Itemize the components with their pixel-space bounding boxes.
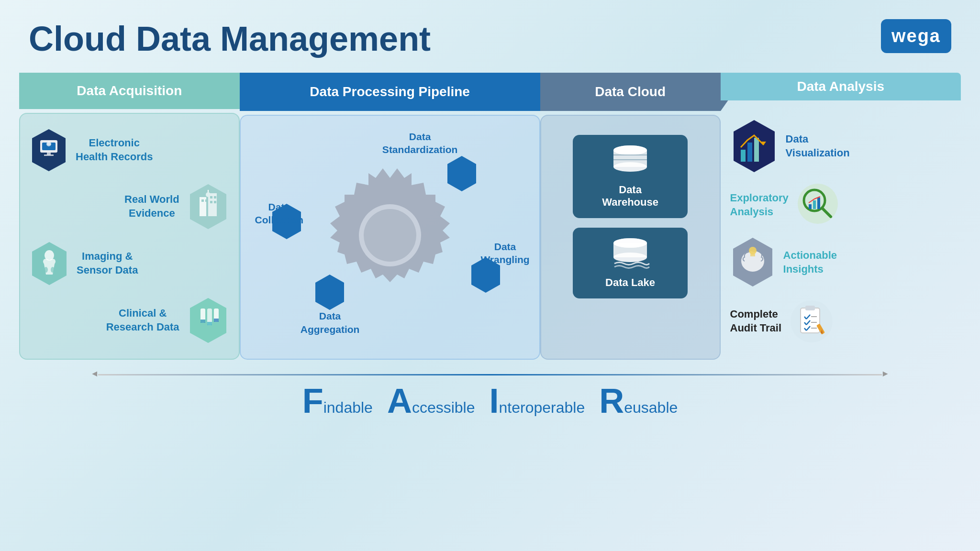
aggregation-hex-icon (313, 274, 346, 311)
fair-a-letter: A (387, 381, 412, 420)
svg-rect-54 (817, 198, 820, 209)
collection-label: DataCollection (255, 200, 304, 227)
cloud-header: Data Cloud (540, 73, 721, 111)
processing-body: DataStandardization DataCollection DataW… (240, 115, 540, 360)
visualization-label: DataVisualization (786, 132, 850, 160)
page-header: Cloud Data Management wega (0, 0, 980, 68)
svg-rect-14 (214, 201, 216, 203)
list-item: ActionableInsights (730, 236, 951, 289)
svg-rect-13 (210, 201, 212, 203)
svg-rect-10 (205, 199, 208, 202)
monitor-globe-icon (30, 128, 68, 172)
logo-text: wega (891, 26, 941, 46)
svg-rect-9 (201, 199, 204, 202)
svg-rect-45 (741, 150, 746, 162)
gear-container: DataStandardization DataCollection DataW… (250, 125, 530, 345)
fair-i-letter: I (490, 381, 499, 420)
logo: wega (881, 19, 951, 53)
svg-point-37 (613, 145, 647, 155)
svg-rect-46 (747, 143, 752, 162)
exploratory-label: ExploratoryAnalysis (730, 191, 789, 219)
svg-point-29 (364, 209, 416, 262)
svg-rect-27 (214, 319, 219, 322)
analysis-items: DataVisualization ExploratoryAnalysis (730, 114, 951, 350)
svg-rect-26 (207, 322, 212, 325)
fair-interoperable: I nteroperable (490, 381, 585, 420)
fair-text: F indable A ccessible I nteroperable R e… (302, 381, 678, 420)
acquisition-header: Data Acquisition (19, 73, 240, 109)
svg-point-57 (749, 247, 757, 254)
list-item: DataVisualization (730, 119, 951, 174)
list-item: ExploratoryAnalysis (730, 182, 951, 228)
body-scan-icon (30, 241, 69, 286)
cloud-body: DataWarehouse Data Lake (540, 115, 721, 360)
database-lake-icon (609, 237, 652, 271)
section-acquisition: Data Acquisition ElectronicHealth Record… (19, 73, 240, 360)
svg-rect-53 (813, 200, 816, 209)
svg-rect-11 (210, 196, 212, 198)
fair-line (98, 374, 882, 375)
magnify-chart-icon (796, 182, 842, 228)
fair-f-letter: F (302, 381, 323, 420)
svg-point-15 (206, 192, 211, 197)
chart-icon (730, 119, 778, 174)
clipboard-icon (789, 298, 835, 345)
svg-rect-60 (805, 306, 815, 310)
list-item: Real WorldEvidence (30, 183, 229, 231)
fair-reusable-word: eusable (624, 399, 678, 417)
imaging-label: Imaging &Sensor Data (77, 250, 138, 277)
processing-header: Data Processing Pipeline (240, 73, 540, 111)
wrangling-label: DataWrangling (480, 240, 529, 266)
fair-r-letter: R (599, 381, 624, 420)
lake-label: Data Lake (605, 276, 655, 289)
svg-marker-30 (447, 156, 476, 191)
aggregation-label: DataAggregation (301, 309, 360, 336)
section-cloud: Data Cloud DataWarehouse (540, 73, 721, 360)
fair-accessible: A ccessible (387, 381, 475, 420)
svg-point-19 (44, 267, 48, 273)
audit-label: CompleteAudit Trail (730, 308, 782, 335)
list-item: Imaging &Sensor Data (30, 241, 229, 286)
fair-accessible-word: ccessible (412, 399, 475, 417)
clinical-label: Clinical &Research Data (106, 307, 179, 334)
insights-label: ActionableInsights (783, 249, 837, 276)
analysis-body: DataVisualization ExploratoryAnalysis (721, 104, 961, 360)
svg-point-42 (613, 253, 647, 262)
svg-rect-25 (200, 320, 205, 323)
fair-section: F indable A ccessible I nteroperable R e… (0, 364, 980, 425)
test-tubes-icon (187, 297, 229, 344)
database-warehouse-icon (609, 144, 652, 178)
data-warehouse-box: DataWarehouse (573, 135, 688, 218)
analysis-header: Data Analysis (721, 73, 961, 100)
fair-interoperable-word: nteroperable (499, 399, 585, 417)
cloud-items: DataWarehouse Data Lake (551, 125, 710, 308)
standardization-hex-icon (445, 155, 478, 192)
fair-reusable: R eusable (599, 381, 678, 420)
list-item: ElectronicHealth Records (30, 128, 229, 172)
svg-rect-5 (44, 154, 54, 156)
pipeline-container: Data Acquisition ElectronicHealth Record… (0, 68, 980, 364)
svg-marker-33 (315, 275, 344, 310)
data-lake-box: Data Lake (573, 228, 688, 298)
page-title: Cloud Data Management (29, 19, 431, 58)
svg-rect-47 (754, 138, 759, 162)
svg-rect-12 (214, 196, 216, 198)
list-item: Clinical &Research Data (30, 297, 229, 344)
building-icon (187, 183, 229, 231)
fair-findable-word: indable (323, 399, 373, 417)
brain-icon (730, 236, 776, 289)
section-analysis: Data Analysis DataVisualization (721, 73, 961, 360)
list-item: CompleteAudit Trail (730, 298, 951, 345)
svg-point-43 (613, 238, 647, 248)
section-processing: Data Processing Pipeline (240, 73, 540, 360)
svg-point-20 (51, 267, 55, 273)
acquisition-items: ElectronicHealth Records (30, 123, 229, 349)
svg-point-36 (613, 162, 647, 172)
svg-rect-52 (809, 204, 812, 209)
acquisition-body: ElectronicHealth Records (19, 113, 240, 360)
ehr-label: ElectronicHealth Records (76, 136, 153, 164)
warehouse-label: DataWarehouse (602, 184, 658, 209)
standardization-label: DataStandardization (382, 130, 458, 156)
fair-findable: F indable (302, 381, 373, 420)
rwe-label: Real WorldEvidence (124, 193, 179, 220)
